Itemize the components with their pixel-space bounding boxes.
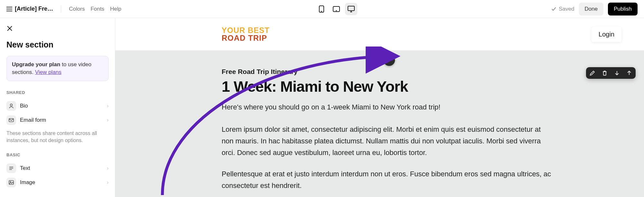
close-icon[interactable]: [6, 25, 13, 32]
pencil-icon: [589, 70, 596, 76]
site-logo[interactable]: YOUR BEST ROAD TRIP: [222, 26, 270, 42]
user-icon: [6, 101, 16, 111]
svg-point-9: [10, 104, 12, 106]
menu-help[interactable]: Help: [110, 6, 121, 12]
upgrade-callout: Upgrade your plan to use video sections.…: [6, 56, 109, 81]
saved-label: Saved: [559, 6, 574, 12]
site-preview: YOUR BEST ROAD TRIP Login + Free Road Tr…: [115, 18, 644, 197]
move-down-button[interactable]: [613, 69, 621, 77]
article-lede: Here's where you should go on a 1-week M…: [222, 103, 621, 111]
publish-button[interactable]: Publish: [608, 3, 638, 16]
delete-button[interactable]: [601, 69, 609, 77]
desktop-icon: [347, 5, 355, 13]
device-desktop[interactable]: [345, 3, 357, 15]
topbar-left: [Article] Fre… Colors Fonts Help: [6, 5, 121, 13]
mail-icon: [6, 115, 16, 125]
hamburger-icon: [6, 7, 12, 11]
sidebar-item-label: Image: [20, 179, 35, 186]
login-button[interactable]: Login: [591, 27, 621, 42]
mobile-icon: [319, 5, 324, 13]
check-icon: [551, 6, 557, 12]
sidebar-item-image[interactable]: Image ›: [6, 175, 109, 190]
sidebar: New section Upgrade your plan to use vid…: [0, 18, 115, 197]
chevron-right-icon: ›: [107, 103, 109, 109]
group-basic-label: BASIC: [6, 152, 109, 157]
sidebar-item-email-form[interactable]: Email form ›: [6, 113, 109, 127]
article-headline: 1 Week: Miami to New York: [222, 78, 621, 95]
arrow-down-icon: [614, 70, 620, 76]
site-header: YOUR BEST ROAD TRIP Login: [115, 18, 644, 50]
sidebar-item-label: Bio: [20, 103, 28, 109]
sidebar-title: New section: [6, 40, 109, 49]
topbar-right: Saved Done Publish: [551, 3, 638, 16]
group-shared-label: SHARED: [6, 90, 109, 95]
trash-icon: [601, 70, 608, 76]
chevron-right-icon: ›: [107, 180, 109, 185]
edit-button[interactable]: [589, 69, 596, 77]
chevron-right-icon: ›: [107, 165, 109, 171]
menu-colors[interactable]: Colors: [69, 6, 85, 12]
sidebar-item-text[interactable]: Text ›: [6, 161, 109, 175]
sidebar-item-label: Text: [20, 165, 30, 171]
menu-fonts[interactable]: Fonts: [91, 6, 104, 12]
logo-line1: YOUR BEST: [222, 26, 270, 34]
saved-indicator: Saved: [551, 6, 574, 12]
doc-menu[interactable]: [Article] Fre…: [6, 5, 53, 12]
device-mobile[interactable]: [315, 3, 328, 15]
svg-point-15: [10, 181, 11, 182]
view-plans-link[interactable]: View plans: [35, 69, 62, 75]
main: New section Upgrade your plan to use vid…: [0, 18, 644, 197]
svg-rect-10: [9, 119, 14, 122]
shared-note: These sections share content across all …: [6, 130, 109, 144]
article-kicker: Free Road Trip Itinerary: [222, 68, 621, 76]
add-section-button[interactable]: +: [383, 54, 395, 66]
canvas: YOUR BEST ROAD TRIP Login + Free Road Tr…: [115, 18, 644, 197]
article-section[interactable]: + Free Road Trip Itinerary 1 Week: Miami…: [115, 50, 644, 197]
article-body-paragraph: Lorem ipsum dolor sit amet, consectetur …: [222, 124, 553, 159]
svg-rect-4: [348, 6, 354, 11]
sidebar-item-label: Email form: [20, 117, 46, 123]
device-tablet[interactable]: [330, 3, 342, 15]
tablet-icon: [332, 6, 340, 12]
topbar: [Article] Fre… Colors Fonts Help Saved D…: [0, 0, 644, 18]
divider: [61, 5, 61, 13]
done-button[interactable]: Done: [579, 3, 604, 16]
sidebar-item-bio[interactable]: Bio ›: [6, 99, 109, 113]
arrow-up-icon: [626, 70, 632, 76]
logo-line2: ROAD TRIP: [222, 34, 270, 42]
text-icon: [6, 163, 16, 173]
image-icon: [6, 178, 16, 187]
section-toolbar: [586, 67, 636, 79]
upgrade-lead: Upgrade your plan: [12, 61, 60, 67]
doc-title: [Article] Fre…: [15, 5, 53, 12]
device-switcher: [127, 3, 545, 15]
move-up-button[interactable]: [625, 69, 633, 77]
chevron-right-icon: ›: [107, 117, 109, 123]
article-body-paragraph: Pellentesque at erat et justo interdum i…: [222, 168, 553, 192]
